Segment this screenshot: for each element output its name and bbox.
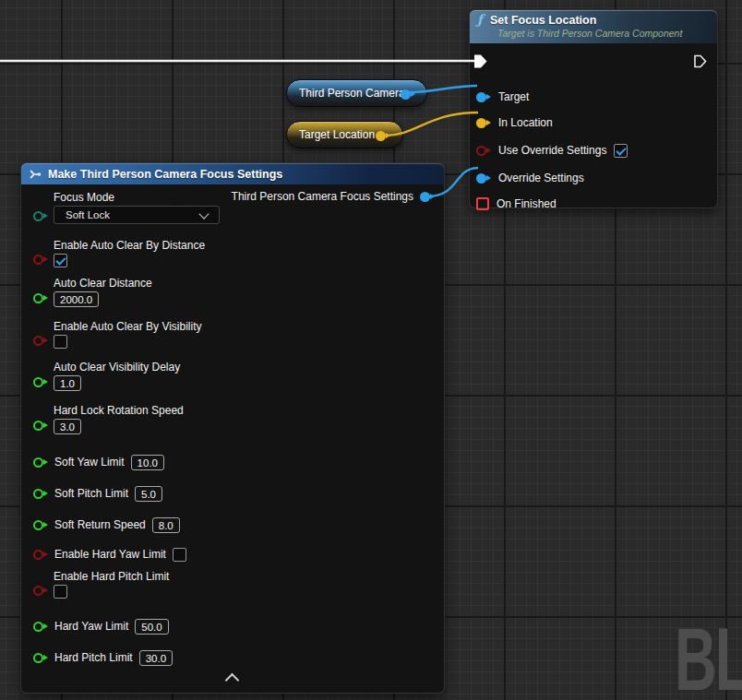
enable-auto-clear-by-visibility-checkbox[interactable] xyxy=(54,335,67,349)
pin-label: Soft Pitch Limit xyxy=(54,487,128,500)
pin-row-use-override-settings: Use Override Settings xyxy=(476,143,628,158)
collapse-chevron-icon[interactable] xyxy=(225,673,240,688)
function-icon: ƒ xyxy=(477,13,483,27)
pin-label: Enable Auto Clear By Distance xyxy=(54,239,205,252)
pin-row-auto-clear-visibility-delay: Auto Clear Visibility Delay 1.0 xyxy=(33,361,180,391)
pin-row-hard-yaw-limit: Hard Yaw Limit 50.0 xyxy=(33,618,169,635)
on-finished-delegate-pin[interactable] xyxy=(476,197,489,210)
in-location-pin[interactable] xyxy=(476,117,491,128)
float-pin[interactable] xyxy=(33,519,48,530)
override-settings-pin[interactable] xyxy=(476,172,491,184)
use-override-settings-checkbox[interactable] xyxy=(614,144,628,158)
pin-row-hard-lock-rotation-speed: Hard Lock Rotation Speed 3.0 xyxy=(33,404,184,434)
pin-label: Target xyxy=(498,90,529,103)
pin-label: In Location xyxy=(498,116,553,129)
soft-pitch-limit-input[interactable]: 5.0 xyxy=(135,486,162,502)
pin-row-output-struct: Third Person Camera Focus Settings xyxy=(232,190,435,203)
exec-out-pin[interactable] xyxy=(694,54,707,68)
make-focus-settings-header[interactable]: Make Third Person Camera Focus Settings xyxy=(21,163,444,184)
variable-output-pin[interactable] xyxy=(401,89,415,100)
float-pin[interactable] xyxy=(33,292,48,303)
pin-label: Auto Clear Visibility Delay xyxy=(54,361,180,374)
hard-yaw-limit-input[interactable]: 50.0 xyxy=(135,619,168,635)
pin-label: Hard Pitch Limit xyxy=(54,651,133,664)
float-pin[interactable] xyxy=(33,652,48,663)
pin-row-hard-pitch-limit: Hard Pitch Limit 30.0 xyxy=(33,649,173,666)
chevron-down-icon xyxy=(198,208,209,219)
dropdown-value: Soft Lock xyxy=(66,209,110,220)
pin-row-soft-yaw-limit: Soft Yaw Limit 10.0 xyxy=(33,454,164,470)
pin-row-auto-clear-distance: Auto Clear Distance 2000.0 xyxy=(33,277,152,307)
pin-label: Focus Mode xyxy=(54,191,220,204)
soft-return-speed-input[interactable]: 8.0 xyxy=(152,517,180,533)
struct-output-pin[interactable] xyxy=(420,191,435,202)
pin-row-focus-mode: Focus Mode Soft Lock xyxy=(33,191,220,224)
pin-row-enable-hard-pitch-limit: Enable Hard Pitch Limit xyxy=(33,570,169,602)
variable-label: Target Location xyxy=(299,128,375,141)
variable-label: Third Person Camera xyxy=(299,87,405,100)
pin-label: Override Settings xyxy=(498,172,584,184)
auto-clear-visibility-delay-input[interactable]: 1.0 xyxy=(54,375,81,391)
node-title: Make Third Person Camera Focus Settings xyxy=(48,168,282,181)
target-pin[interactable] xyxy=(476,91,491,102)
hard-pitch-limit-input[interactable]: 30.0 xyxy=(139,650,173,666)
enum-pin[interactable] xyxy=(33,210,48,221)
pin-label: Enable Hard Yaw Limit xyxy=(54,548,166,561)
pin-label: Enable Hard Pitch Limit xyxy=(54,570,169,583)
set-focus-location-node[interactable]: ƒ Set Focus Location Target is Third Per… xyxy=(469,9,718,208)
make-struct-icon xyxy=(29,168,42,181)
bool-pin[interactable] xyxy=(33,585,48,596)
enable-hard-pitch-limit-checkbox[interactable] xyxy=(54,585,67,599)
float-pin[interactable] xyxy=(33,420,48,431)
soft-yaw-limit-input[interactable]: 10.0 xyxy=(131,455,164,470)
pin-row-enable-auto-clear-by-distance: Enable Auto Clear By Distance xyxy=(33,239,205,271)
node-subtitle: Target is Third Person Camera Component xyxy=(497,28,710,39)
focus-mode-dropdown[interactable]: Soft Lock xyxy=(54,206,220,224)
pin-row-soft-pitch-limit: Soft Pitch Limit 5.0 xyxy=(33,485,162,502)
hard-lock-rotation-speed-input[interactable]: 3.0 xyxy=(54,419,81,434)
pin-label: On Finished xyxy=(497,197,556,210)
pin-row-in-location: In Location xyxy=(476,115,553,130)
target-location-variable-node[interactable]: Target Location xyxy=(286,121,403,148)
use-override-settings-pin[interactable] xyxy=(476,145,491,156)
blueprint-watermark: BLUEPRINT xyxy=(675,609,742,700)
pin-row-enable-hard-yaw-limit: Enable Hard Yaw Limit xyxy=(33,546,186,563)
set-focus-location-header[interactable]: ƒ Set Focus Location Target is Third Per… xyxy=(470,10,717,43)
pin-label: Enable Auto Clear By Visibility xyxy=(54,320,202,333)
pin-row-soft-return-speed: Soft Return Speed 8.0 xyxy=(33,516,180,533)
third-person-camera-variable-node[interactable]: Third Person Camera xyxy=(286,79,427,107)
pin-label: Auto Clear Distance xyxy=(54,277,152,290)
pin-label: Third Person Camera Focus Settings xyxy=(232,190,413,203)
pin-label: Soft Yaw Limit xyxy=(54,456,125,469)
float-pin[interactable] xyxy=(33,621,48,632)
make-focus-settings-node[interactable]: Make Third Person Camera Focus Settings … xyxy=(20,162,445,694)
node-title: Set Focus Location xyxy=(490,14,596,27)
bool-pin[interactable] xyxy=(33,549,48,560)
bool-pin[interactable] xyxy=(33,254,48,265)
variable-output-pin[interactable] xyxy=(376,130,390,141)
pin-row-target: Target xyxy=(476,89,529,104)
exec-in-pin[interactable] xyxy=(474,54,487,68)
float-pin[interactable] xyxy=(33,457,48,468)
blueprint-graph-canvas[interactable]: BLUEPRINT ƒ Set Focus Location Target is… xyxy=(0,0,742,700)
pin-label: Hard Yaw Limit xyxy=(54,620,128,633)
pin-row-on-finished: On Finished xyxy=(476,196,556,211)
pin-label: Use Override Settings xyxy=(498,144,606,157)
pin-label: Hard Lock Rotation Speed xyxy=(54,404,184,417)
enable-auto-clear-by-distance-checkbox[interactable] xyxy=(54,254,67,267)
float-pin[interactable] xyxy=(33,488,48,499)
float-pin[interactable] xyxy=(33,376,48,387)
pin-row-override-settings: Override Settings xyxy=(476,171,584,185)
bool-pin[interactable] xyxy=(33,335,48,346)
pin-row-enable-auto-clear-by-visibility: Enable Auto Clear By Visibility xyxy=(33,320,202,352)
enable-hard-yaw-limit-checkbox[interactable] xyxy=(173,548,186,562)
auto-clear-distance-input[interactable]: 2000.0 xyxy=(54,291,99,307)
pin-label: Soft Return Speed xyxy=(54,518,146,531)
